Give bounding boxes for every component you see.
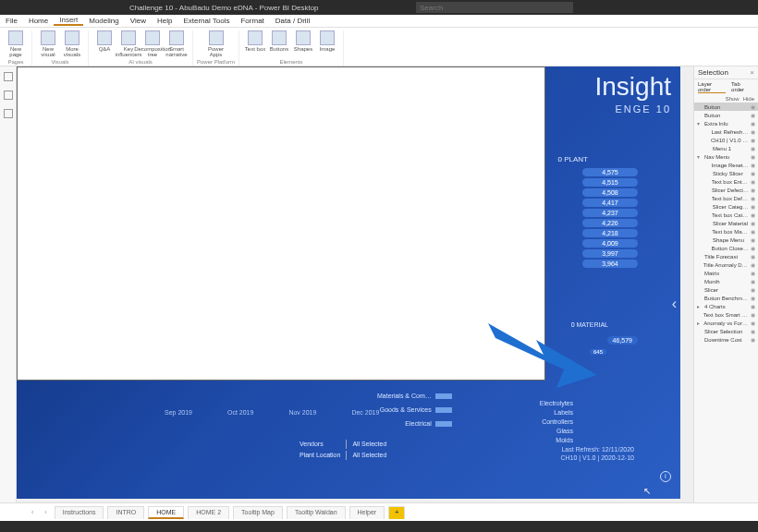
ribbon-buttons[interactable]: Buttons	[267, 30, 291, 52]
visibility-icon[interactable]: ◉	[751, 295, 755, 301]
inserted-shape[interactable]	[17, 66, 545, 381]
visibility-icon[interactable]: ◉	[751, 261, 755, 268]
visibility-icon[interactable]: ◉	[751, 245, 755, 251]
visibility-icon[interactable]: ◉	[751, 103, 755, 110]
plant-pill[interactable]: 4,417	[582, 199, 638, 207]
selection-item[interactable]: Image Reset Filters◉	[694, 161, 758, 169]
selection-item[interactable]: CH10 | V1.0 | 2020-1…◉	[694, 136, 758, 144]
visibility-icon[interactable]: ◉	[751, 162, 755, 168]
visibility-icon[interactable]: ◉	[751, 303, 755, 309]
selection-item[interactable]: Title Anomaly Detect…◉	[694, 260, 758, 269]
selection-item[interactable]: Text box Smart Narra…◉	[694, 310, 758, 319]
page-tab-home[interactable]: HOME	[148, 506, 184, 519]
selection-item[interactable]: Downtime Cost◉	[694, 335, 758, 344]
visibility-icon[interactable]: ◉	[751, 253, 755, 260]
visibility-icon[interactable]: ◉	[751, 137, 755, 143]
menu-format[interactable]: Format	[235, 17, 269, 25]
ribbon-q-a[interactable]: Q&A	[92, 30, 116, 57]
selection-item[interactable]: Slicer Defect Type◉	[694, 186, 758, 194]
menu-file[interactable]: File	[0, 17, 23, 25]
visibility-icon[interactable]: ◉	[751, 153, 755, 160]
plant-pill[interactable]: 4,218	[582, 229, 638, 237]
chevron-left-icon[interactable]: ‹	[672, 296, 677, 312]
visibility-icon[interactable]: ◉	[751, 286, 755, 293]
selection-item[interactable]: Button Benchmark◉	[694, 294, 758, 302]
menu-home[interactable]: Home	[23, 17, 54, 25]
page-tab-tooltip-map[interactable]: Tooltip Map	[233, 506, 283, 519]
visibility-icon[interactable]: ◉	[751, 145, 755, 151]
plant-pill[interactable]: 4,237	[582, 209, 638, 217]
visibility-icon[interactable]: ◉	[751, 128, 755, 135]
plant-pill[interactable]: 4,508	[582, 188, 638, 197]
ribbon-shapes[interactable]: Shapes	[291, 30, 315, 52]
ribbon-decomposition-tree[interactable]: Decomposition tree	[141, 30, 165, 57]
plant-pill[interactable]: 3,997	[582, 249, 638, 258]
selection-item[interactable]: Button Close Nav…◉	[694, 244, 758, 252]
visibility-icon[interactable]: ◉	[751, 228, 755, 235]
plant-pill[interactable]: 4,009	[582, 239, 638, 248]
visibility-icon[interactable]: ◉	[751, 220, 755, 226]
menu-view[interactable]: View	[125, 17, 152, 25]
page-prev-icon[interactable]: ‹	[28, 509, 37, 515]
selection-item[interactable]: Button◉	[694, 103, 758, 111]
ribbon-power-apps[interactable]: Power Apps	[204, 30, 228, 57]
visibility-icon[interactable]: ◉	[751, 187, 755, 193]
ribbon-smart-narrative[interactable]: Smart narrative	[165, 30, 189, 57]
selection-item[interactable]: Month◉	[694, 277, 758, 285]
report-view-icon[interactable]	[4, 72, 13, 81]
add-page-button[interactable]: +	[388, 506, 405, 519]
data-view-icon[interactable]	[4, 91, 13, 100]
info-icon[interactable]: i	[660, 471, 671, 482]
selection-item[interactable]: ▾Nav Menu◉	[694, 152, 758, 161]
ribbon-image[interactable]: Image	[315, 30, 339, 52]
menu-insert[interactable]: Insert	[54, 16, 83, 26]
show-all-button[interactable]: Show	[726, 96, 740, 102]
selection-item[interactable]: Slicer Selection◉	[694, 327, 758, 335]
page-tab-helper[interactable]: Helper	[349, 506, 385, 519]
selection-item[interactable]: Text box Defect T…◉	[694, 194, 758, 202]
hide-all-button[interactable]: Hide	[743, 96, 754, 102]
visibility-icon[interactable]: ◉	[751, 212, 755, 218]
ribbon-more-visuals[interactable]: More visuals	[60, 30, 84, 57]
selection-item[interactable]: ▸Anomaly vs Forecast◉	[694, 319, 758, 327]
visibility-icon[interactable]: ◉	[751, 270, 755, 276]
visibility-icon[interactable]: ◉	[751, 203, 755, 210]
visibility-icon[interactable]: ◉	[751, 336, 755, 343]
selection-tab-layer-order[interactable]: Layer order	[698, 81, 726, 93]
selection-item[interactable]: Slicer Material◉	[694, 219, 758, 227]
visibility-icon[interactable]: ◉	[751, 195, 755, 201]
selection-item[interactable]: Text box Category◉	[694, 211, 758, 219]
visibility-icon[interactable]: ◉	[751, 278, 755, 284]
model-view-icon[interactable]	[4, 109, 13, 118]
menu-modeling[interactable]: Modeling	[83, 17, 124, 25]
plant-pill[interactable]: 4,226	[582, 219, 638, 227]
selection-item[interactable]: Menu 1◉	[694, 144, 758, 152]
selection-item[interactable]: Matrix◉	[694, 269, 758, 277]
visibility-icon[interactable]: ◉	[751, 328, 755, 334]
plant-pill[interactable]: 3,964	[582, 260, 638, 268]
visibility-icon[interactable]: ◉	[751, 112, 755, 118]
selection-item[interactable]: Shape Menu◉	[694, 236, 758, 244]
plant-pill[interactable]: 4,515	[582, 178, 638, 187]
visibility-icon[interactable]: ◉	[751, 236, 755, 243]
menu-data-drill[interactable]: Data / Drill	[270, 17, 315, 25]
selection-tab-tab-order[interactable]: Tab order	[731, 81, 754, 93]
selection-item[interactable]: Title Forecast◉	[694, 252, 758, 260]
page-tab-home-2[interactable]: HOME 2	[188, 506, 229, 519]
close-icon[interactable]: ×	[750, 68, 754, 77]
selection-item[interactable]: Text box Enter Cost◉	[694, 177, 758, 186]
ribbon-text-box[interactable]: Text box	[243, 30, 267, 52]
selection-item[interactable]: Slicer Category◉	[694, 202, 758, 211]
plant-pill[interactable]: 4,575	[582, 168, 638, 176]
ribbon-new-visual[interactable]: New visual	[36, 30, 60, 57]
visibility-icon[interactable]: ◉	[751, 170, 755, 176]
visibility-icon[interactable]: ◉	[751, 178, 755, 185]
page-next-icon[interactable]: ›	[41, 509, 50, 515]
selection-item[interactable]: ▾Extra Info◉	[694, 119, 758, 127]
selection-item[interactable]: Slicer◉	[694, 285, 758, 294]
visibility-icon[interactable]: ◉	[751, 311, 755, 318]
selection-item[interactable]: Button◉	[694, 111, 758, 119]
menu-help[interactable]: Help	[152, 17, 177, 25]
ribbon-new-page[interactable]: New page	[4, 30, 28, 57]
menu-external-tools[interactable]: External Tools	[177, 17, 235, 25]
